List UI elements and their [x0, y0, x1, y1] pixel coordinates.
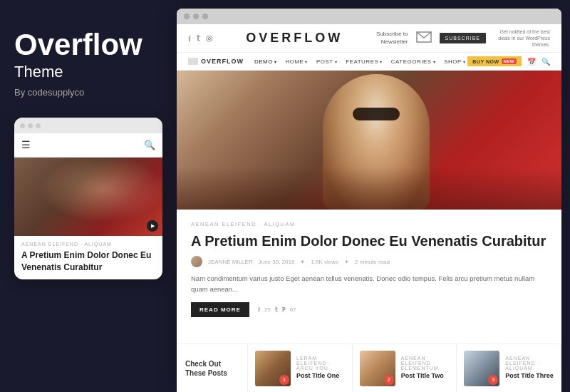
- twitter-icon[interactable]: 𝕥: [197, 33, 200, 43]
- read-more-button[interactable]: READ MORE: [191, 302, 249, 317]
- bottom-item-2[interactable]: 2 AENEAN ELEIFEND · ELEMENTUM Post Title…: [353, 344, 457, 392]
- nav-logo: OVERFLOW: [188, 58, 244, 65]
- theme-title: Overflow: [14, 29, 162, 61]
- mobile-article-content: AENEAN ELEIFEND . ALIQUAM A Pretium Enim…: [14, 236, 162, 279]
- share-facebook-count: 25: [264, 306, 271, 313]
- mobile-mockup: ☰ OVERFLOW 🔍 ▶ AENEAN ELEIFEND . ALIQUAM…: [14, 118, 162, 279]
- subscribe-button[interactable]: SUBSCRIBE: [440, 33, 486, 43]
- bottom-item-img-1: 1: [255, 351, 291, 386]
- bottom-title-3: Post Title Three: [505, 372, 554, 381]
- nav-items: DEMO ▾ HOME ▾ POST ▾ FEATURES ▾ CATEGORI…: [254, 58, 466, 65]
- bottom-item-1[interactable]: 1 LERAM ELEIFEND · ARCU YOU Post Title O…: [248, 344, 353, 392]
- mobile-dot-1: [20, 123, 25, 128]
- browser-dot-3: [202, 14, 208, 19]
- article-category: AENEAN ELEIFEND . ALIQUAM: [191, 221, 547, 227]
- article-actions: READ MORE f 25 𝕥 P 67: [191, 302, 547, 317]
- bottom-num-1: 1: [279, 375, 289, 385]
- share-pinterest-count: 67: [290, 306, 296, 313]
- bottom-item-text-1: LERAM ELEIFEND · ARCU YOU Post Title One: [296, 356, 345, 381]
- share-facebook-icon[interactable]: f: [258, 306, 260, 313]
- browser-dot-2: [193, 14, 199, 19]
- bottom-item-3[interactable]: 3 AENEAN ELEIFEND · ALIQUAM Post Title T…: [457, 344, 561, 392]
- facebook-icon[interactable]: f: [188, 34, 191, 43]
- nav-item-categories[interactable]: CATEGORIES ▾: [391, 58, 435, 65]
- theme-subtitle: Theme: [14, 63, 162, 81]
- article-section: AENEAN ELEIFEND . ALIQUAM A Pretium Enim…: [177, 210, 561, 344]
- nav-item-features[interactable]: FEATURES ▾: [346, 58, 383, 65]
- nav-item-demo[interactable]: DEMO ▾: [254, 58, 277, 65]
- mobile-article-category: AENEAN ELEIFEND . ALIQUAM: [21, 242, 155, 247]
- share-twitter-icon[interactable]: 𝕥: [275, 306, 278, 313]
- bottom-item-text-2: AENEAN ELEIFEND · ELEMENTUM Post Title T…: [401, 356, 450, 381]
- article-date: June 30, 2018: [259, 259, 295, 265]
- article-views: 1.6K views: [311, 259, 338, 265]
- browser-dot-1: [184, 14, 190, 19]
- author-name: JEANNE MILLER: [208, 259, 253, 265]
- calendar-icon[interactable]: 📅: [527, 58, 536, 66]
- nav-item-shop[interactable]: SHOP ▾: [444, 58, 465, 65]
- desktop-browser-bar: [177, 9, 561, 24]
- bottom-cat-3: AENEAN ELEIFEND · ALIQUAM: [505, 356, 554, 371]
- bottom-featured: Check OutThese Posts: [177, 344, 248, 392]
- search-icon[interactable]: 🔍: [144, 140, 155, 151]
- article-read-time: 2 minute read: [355, 259, 390, 265]
- mobile-hero-image: ▶: [14, 158, 162, 236]
- desktop-header-top: f 𝕥 ◎ OVERFLOW Subscribe toNewsletter SU…: [177, 24, 561, 53]
- desktop-mockup: f 𝕥 ◎ OVERFLOW Subscribe toNewsletter SU…: [177, 9, 561, 392]
- bottom-cat-2: AENEAN ELEIFEND · ELEMENTUM: [401, 356, 450, 371]
- mobile-top-bar: [14, 118, 162, 133]
- hamburger-icon[interactable]: ☰: [21, 139, 31, 151]
- bottom-item-img-2: 2: [360, 351, 395, 386]
- bottom-item-text-3: AENEAN ELEIFEND · ALIQUAM Post Title Thr…: [505, 356, 554, 381]
- mobile-dot-2: [28, 123, 33, 128]
- article-title: A Pretium Enim Dolor Donec Eu Venenatis …: [191, 232, 547, 250]
- mobile-site-title: OVERFLOW: [31, 141, 144, 150]
- header-right: Subscribe toNewsletter SUBSCRIBE Get not…: [376, 29, 550, 48]
- instagram-icon[interactable]: ◎: [206, 33, 213, 43]
- author-avatar: [191, 256, 202, 267]
- email-icon: [415, 31, 432, 43]
- bottom-title-2: Post Title Two: [401, 372, 450, 381]
- bottom-num-2: 2: [384, 375, 394, 385]
- desktop-site-title: OVERFLOW: [246, 31, 343, 46]
- mobile-article-title: A Pretium Enim Dolor Donec Eu Venenatis …: [21, 249, 155, 274]
- hero-sunglasses: [353, 108, 400, 120]
- nav-item-post[interactable]: POST ▾: [316, 58, 337, 65]
- nav-right: BUY NOW NEW 📅 🔍: [467, 56, 550, 66]
- mobile-nav: ☰ OVERFLOW 🔍: [14, 133, 162, 158]
- mobile-hero-bg: [14, 158, 162, 236]
- left-panel: Overflow Theme By codesupplyco ☰ OVERFLO…: [0, 0, 177, 392]
- social-icons: f 𝕥 ◎: [188, 33, 213, 43]
- social-share: f 25 𝕥 P 67: [258, 306, 296, 313]
- bottom-strip: Check OutThese Posts 1 LERAM ELEIFEND · …: [177, 344, 561, 392]
- theme-by: By codesupplyco: [14, 87, 162, 98]
- bottom-item-img-3: 3: [464, 351, 499, 386]
- bottom-title-1: Post Title One: [296, 372, 345, 381]
- buy-now-badge: NEW: [502, 58, 517, 64]
- mobile-dot-3: [36, 123, 41, 128]
- bottom-num-3: 3: [488, 375, 498, 385]
- desktop-nav: OVERFLOW DEMO ▾ HOME ▾ POST ▾ FEATURES ▾…: [177, 53, 561, 71]
- bottom-cat-1: LERAM ELEIFEND · ARCU YOU: [296, 356, 345, 371]
- share-pinterest-icon[interactable]: P: [282, 306, 286, 313]
- nav-item-home[interactable]: HOME ▾: [285, 58, 308, 65]
- buy-now-button[interactable]: BUY NOW NEW: [467, 56, 522, 66]
- nav-logo-icon: [188, 58, 198, 65]
- nav-search-icon[interactable]: 🔍: [542, 58, 550, 66]
- hero-image: [177, 71, 561, 210]
- bottom-featured-label: Check OutThese Posts: [185, 359, 227, 378]
- notification-text: Get notified of the best deals in our Wo…: [493, 29, 550, 48]
- article-excerpt: Nam condimentum varius justo Eget aenean…: [191, 273, 547, 294]
- article-meta: JEANNE MILLER June 30, 2018 ✦ 1.6K views…: [191, 256, 547, 267]
- subscribe-label: Subscribe toNewsletter: [376, 31, 408, 46]
- hero-shadow: [177, 167, 561, 210]
